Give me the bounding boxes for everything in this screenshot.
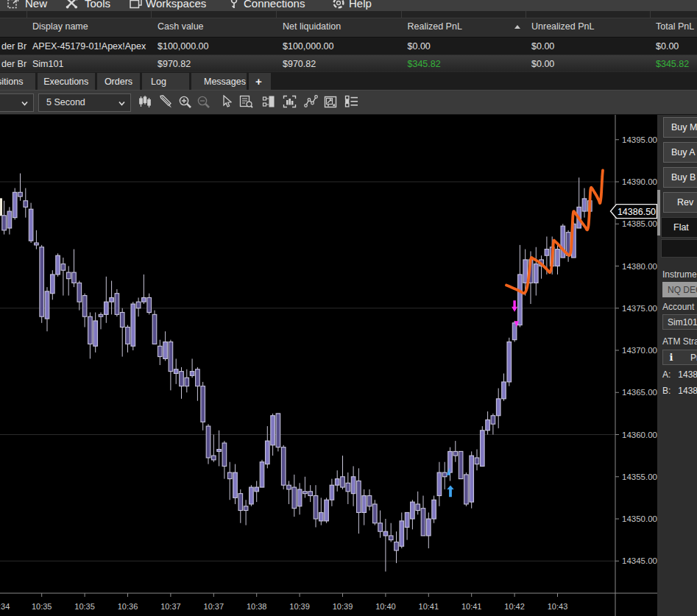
buy-bid-button[interactable]: Buy B (663, 167, 697, 188)
cell-display_name: APEX-45179-01!Apex!Apex (32, 41, 146, 52)
chevron-down-icon (21, 100, 28, 107)
candle-up (110, 297, 114, 302)
candle-up (507, 342, 512, 382)
candle-down (206, 426, 210, 458)
candle-down (244, 506, 248, 511)
candles (0, 174, 592, 572)
close-position-button[interactable] (661, 239, 697, 258)
zoom-in-button[interactable] (176, 94, 194, 112)
trading-platform-window: New Tools Workspaces Connections Help Di… (0, 0, 697, 616)
candle-down (196, 369, 200, 386)
candle-down (389, 536, 393, 540)
candle-up (250, 487, 254, 504)
column-header[interactable]: Display name (32, 21, 88, 32)
candle-down (24, 201, 28, 208)
candle-down (66, 272, 71, 279)
menu-item-label: Tools (85, 0, 110, 11)
column-header[interactable]: Total PnL (656, 21, 694, 32)
buy-ask-button[interactable]: Buy A (663, 142, 697, 163)
tab-messages[interactable]: Messages (191, 73, 247, 90)
candle-down (212, 456, 216, 460)
candle-down (99, 314, 103, 316)
atm-strategy-selector[interactable]: iPr (662, 350, 697, 365)
candle-down (475, 458, 479, 464)
candle-down (303, 492, 308, 494)
candle-up (496, 399, 500, 416)
chart-window-icon (283, 95, 297, 111)
time-axis-label: 10:35 (74, 602, 95, 611)
strategy-button[interactable] (322, 94, 339, 112)
sell-arrow-icon (512, 300, 517, 312)
data-box-button[interactable] (237, 94, 255, 112)
cursor-button[interactable] (218, 94, 236, 112)
polyline-button[interactable] (302, 94, 319, 112)
time-axis-label: 10:43 (548, 602, 568, 611)
instrument-dropdown[interactable] (0, 93, 34, 112)
tab-add[interactable]: + (249, 73, 271, 90)
price-axis-label: 14385.00 (622, 219, 657, 228)
cell-total_pnl: $345.82 (656, 59, 689, 69)
chart-trader-panel: Buy MBuy ABuy BRevFlatInstrumeNQ DECAcco… (660, 115, 697, 616)
time-axis-label: 10:40 (375, 602, 396, 611)
chart-window-button[interactable] (280, 94, 298, 112)
candle-down (308, 492, 313, 496)
tab-orders[interactable]: Orders (97, 73, 140, 90)
time-axis-label: 10:41 (461, 602, 482, 611)
tab-positions[interactable]: sitions (0, 73, 35, 90)
candle-down (88, 316, 93, 344)
candle-down (18, 192, 23, 197)
candle-up (523, 260, 528, 283)
candle-up (427, 519, 431, 536)
cell-net_liquidation: $100,000.00 (283, 41, 334, 52)
zoom-out-button[interactable] (194, 94, 212, 112)
cell-display_name: Sim101 (32, 59, 63, 69)
panel-button[interactable] (260, 94, 277, 112)
column-header[interactable]: Cash value (158, 21, 204, 32)
candle-up (400, 521, 404, 546)
candle-down (136, 302, 141, 308)
menu-item-label: Help (349, 0, 372, 11)
candle-up (190, 372, 194, 376)
candle-down (442, 472, 447, 477)
flatten-button[interactable]: Flat (661, 217, 697, 238)
table-row[interactable]: der BrSim101$970.82$970.82$345.82$0.00$3… (0, 55, 697, 72)
buy-market-button[interactable]: Buy M (663, 117, 697, 138)
cell-unrealized_pnl: $0.00 (531, 41, 554, 52)
account-selector[interactable]: Sim101 (662, 314, 697, 330)
tab-log[interactable]: Log (142, 73, 189, 90)
help-icon (333, 0, 344, 11)
candle-down (222, 443, 227, 466)
ask-quote: A:14386 (662, 369, 697, 380)
candle-down (276, 414, 280, 447)
draw-button[interactable] (157, 94, 174, 112)
interval-dropdown[interactable]: 5 Second (38, 93, 131, 112)
candle-up (297, 489, 302, 506)
candle-up (556, 249, 560, 266)
price-axis-label: 14380.00 (622, 262, 657, 271)
order-list-button[interactable] (342, 94, 360, 112)
panel-instrument-selector[interactable]: NQ DEC (662, 282, 697, 297)
info-icon[interactable]: i (665, 352, 677, 364)
column-header[interactable]: Net liquidation (283, 21, 341, 32)
chart-style-button[interactable] (136, 94, 154, 112)
tab-executions[interactable]: Executions (38, 73, 96, 90)
candlestick-chart[interactable]: 14395.0014390.0014385.0014380.0014375.00… (0, 115, 657, 616)
chart-area[interactable]: 14395.0014390.0014385.0014380.0014375.00… (0, 115, 657, 616)
time-axis-label: 10:39 (333, 602, 353, 611)
time-axis-label: 10:35 (32, 602, 52, 611)
candle-up (432, 500, 436, 519)
cursor-icon (222, 95, 232, 111)
candle-up (266, 441, 270, 464)
candle-down (464, 475, 469, 504)
time-axis-label: 10:39 (289, 602, 310, 611)
candle-up (448, 451, 453, 472)
column-header[interactable]: Unrealized PnL (531, 21, 594, 32)
candle-down (201, 386, 205, 422)
column-header[interactable]: Realized PnL (408, 21, 462, 32)
candle-down (185, 378, 189, 386)
candle-down (115, 294, 119, 315)
candle-down (292, 487, 297, 509)
price-axis-label: 14395.00 (622, 135, 657, 144)
table-row[interactable]: der BrAPEX-45179-01!Apex!Apex$100,000.00… (0, 38, 697, 55)
reverse-button[interactable]: Rev (663, 192, 697, 213)
